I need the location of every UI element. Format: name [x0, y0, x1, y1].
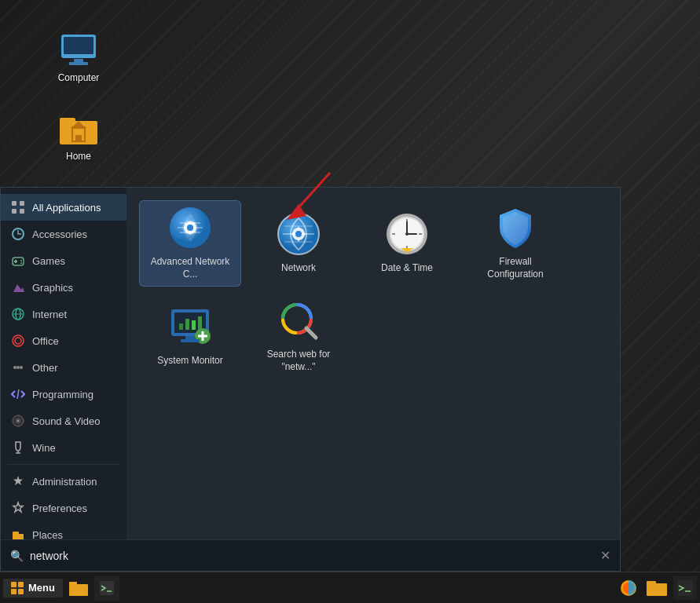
places-icon — [10, 527, 26, 539]
sidebar-label-internet: Internet — [32, 309, 67, 320]
svg-rect-1 — [64, 37, 93, 54]
sidebar-divider-1 — [7, 464, 120, 465]
desktop-icon-computer[interactable]: Computer — [47, 31, 110, 83]
computer-icon-label: Computer — [58, 72, 100, 83]
menu-button-label: Menu — [28, 582, 55, 594]
search-clear-button[interactable]: ✕ — [600, 548, 610, 563]
app-item-system-monitor[interactable]: System Monitor — [139, 293, 241, 379]
all-apps-icon — [10, 199, 26, 215]
svg-rect-18 — [14, 261, 17, 262]
search-input[interactable] — [30, 550, 594, 562]
office-icon — [10, 333, 26, 349]
preferences-icon — [10, 500, 26, 516]
sidebar-item-sound-video[interactable]: Sound & Video — [1, 407, 126, 434]
sidebar-item-graphics[interactable]: Graphics — [1, 274, 126, 301]
sidebar-label-all-applications: All Applications — [32, 202, 101, 214]
date-time-label: Date & Time — [381, 262, 433, 275]
svg-point-28 — [20, 366, 23, 369]
desktop-icon-home[interactable]: Home — [47, 110, 110, 162]
svg-rect-12 — [20, 201, 24, 206]
games-icon — [10, 253, 26, 269]
sound-video-icon — [10, 413, 26, 429]
menu-content: All Applications Accessories Games — [1, 188, 620, 539]
svg-point-24 — [13, 335, 24, 346]
svg-point-20 — [20, 262, 22, 264]
svg-rect-63 — [192, 320, 196, 330]
sidebar-label-wine: Wine — [32, 442, 56, 454]
app-item-network[interactable]: Network — [247, 200, 350, 287]
sidebar-item-games[interactable]: Games — [1, 247, 126, 274]
svg-rect-8 — [75, 135, 82, 141]
sidebar-item-office[interactable]: Office — [1, 327, 126, 354]
svg-rect-73 — [69, 582, 77, 587]
sidebar-item-administration[interactable]: Administration — [1, 468, 126, 495]
sidebar-item-other[interactable]: Other — [1, 354, 126, 381]
sidebar-item-all-applications[interactable]: All Applications — [1, 194, 126, 221]
taskbar-terminal-button[interactable] — [94, 576, 119, 601]
sidebar-item-programming[interactable]: Programming — [1, 381, 126, 407]
svg-point-40 — [187, 225, 193, 231]
svg-rect-74 — [100, 581, 114, 595]
app-item-date-time[interactable]: Date & Time — [356, 200, 458, 287]
svg-rect-36 — [13, 532, 19, 535]
menu-grid-icon — [11, 582, 24, 594]
svg-point-26 — [13, 366, 16, 369]
computer-icon — [60, 31, 97, 69]
sidebar-item-internet[interactable]: Internet — [1, 301, 126, 327]
taskbar: Menu — [0, 572, 700, 603]
sidebar-label-accessories: Accessories — [32, 228, 87, 240]
sidebar-item-accessories[interactable]: Accessories — [1, 221, 126, 247]
programming-icon — [10, 386, 26, 402]
svg-point-57 — [405, 232, 409, 236]
taskbar-right-area — [617, 576, 697, 600]
menu-panel: All Applications Accessories Games — [0, 187, 621, 572]
network-label: Network — [281, 262, 316, 275]
svg-rect-80 — [677, 580, 693, 596]
svg-rect-79 — [647, 581, 656, 586]
menu-search-bar: 🔍 ✕ — [1, 539, 620, 571]
svg-rect-69 — [181, 339, 200, 342]
svg-rect-64 — [198, 316, 202, 330]
network-icon — [277, 212, 321, 256]
sidebar-item-wine[interactable]: Wine — [1, 434, 126, 461]
advanced-network-icon — [168, 206, 212, 250]
home-icon-label: Home — [66, 151, 91, 162]
taskbar-folder-button[interactable] — [66, 576, 91, 601]
sidebar-label-other: Other — [32, 362, 58, 374]
svg-line-71 — [306, 328, 316, 338]
system-monitor-label: System Monitor — [157, 355, 222, 367]
sidebar-label-administration: Administration — [32, 476, 97, 488]
system-monitor-icon — [168, 305, 212, 349]
sidebar-label-graphics: Graphics — [32, 282, 73, 294]
taskbar-folder-right[interactable] — [645, 576, 669, 600]
sidebar-label-games: Games — [32, 255, 65, 267]
accessories-icon — [10, 226, 26, 242]
sidebar-label-sound-video: Sound & Video — [32, 415, 101, 427]
taskbar-firefox[interactable] — [617, 576, 640, 600]
svg-rect-5 — [60, 118, 75, 126]
graphics-icon — [10, 280, 26, 295]
svg-point-27 — [16, 366, 20, 369]
desktop: Computer Home — [0, 0, 700, 603]
app-item-advanced-network[interactable]: Advanced Network C... — [139, 200, 241, 287]
home-folder-icon — [60, 110, 97, 148]
search-web-label: Search web for "netw..." — [254, 349, 343, 373]
app-item-search-web[interactable]: Search web for "netw..." — [247, 293, 350, 379]
app-item-firewall[interactable]: Firewall Configuration — [464, 200, 566, 287]
svg-point-19 — [20, 260, 22, 261]
svg-point-47 — [295, 231, 302, 237]
sidebar: All Applications Accessories Games — [1, 188, 126, 539]
wine-icon — [10, 440, 26, 455]
advanced-network-label: Advanced Network C... — [146, 256, 234, 280]
sidebar-item-preferences[interactable]: Preferences — [1, 495, 126, 521]
svg-point-32 — [17, 420, 19, 422]
taskbar-terminal-right[interactable] — [673, 576, 697, 600]
sidebar-label-places: Places — [32, 529, 63, 540]
other-icon — [10, 360, 26, 375]
app-grid: Advanced Network C... — [126, 188, 620, 539]
firewall-label: Firewall Configuration — [471, 256, 560, 280]
svg-point-25 — [15, 338, 21, 344]
menu-button[interactable]: Menu — [3, 579, 63, 598]
firewall-icon — [493, 206, 537, 250]
sidebar-item-places[interactable]: Places — [1, 521, 126, 539]
